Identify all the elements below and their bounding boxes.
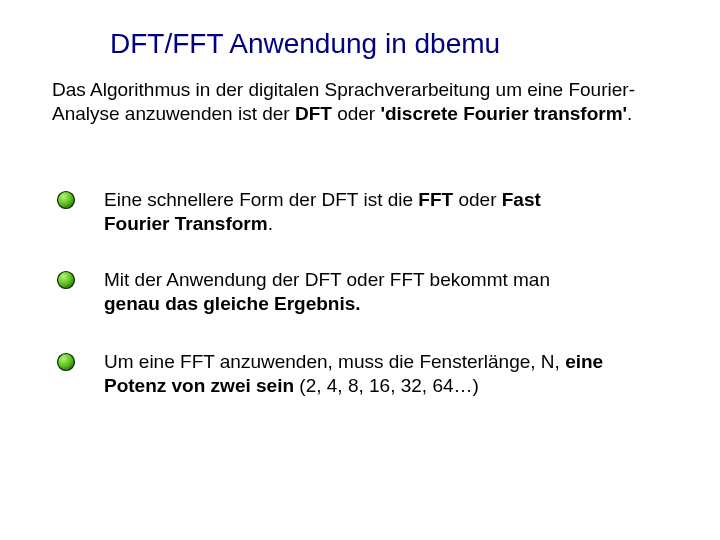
bullet-3-c: (2, 4, 8, 16, 32, 64…)	[294, 375, 479, 396]
bullet-text-1: Eine schnellere Form der DFT ist die FFT…	[104, 188, 604, 236]
svg-point-1	[58, 272, 75, 289]
bullet-1-c: oder	[453, 189, 502, 210]
intro-bold-2: 'discrete Fourier transform'	[380, 103, 627, 124]
intro-paragraph: Das Algorithmus in der digitalen Sprachv…	[52, 78, 652, 126]
bullet-1-e: .	[268, 213, 273, 234]
page-title: DFT/FFT Anwendung in dbemu	[110, 28, 500, 60]
sphere-icon	[56, 352, 76, 376]
bullet-1-b: FFT	[418, 189, 453, 210]
bullet-3-a: Um eine FFT anzuwenden, muss die Fenster…	[104, 351, 565, 372]
bullet-item-1: Eine schnellere Form der DFT ist die FFT…	[56, 188, 604, 236]
intro-bold-1: DFT	[295, 103, 332, 124]
bullet-text-3: Um eine FFT anzuwenden, muss die Fenster…	[104, 350, 604, 398]
intro-text-2: oder	[332, 103, 381, 124]
bullet-item-3: Um eine FFT anzuwenden, muss die Fenster…	[56, 350, 604, 398]
bullet-item-2: Mit der Anwendung der DFT oder FFT bekom…	[56, 268, 604, 316]
svg-point-0	[58, 192, 75, 209]
bullet-1-a: Eine schnellere Form der DFT ist die	[104, 189, 418, 210]
sphere-icon	[56, 270, 76, 294]
sphere-icon	[56, 190, 76, 214]
bullet-text-2: Mit der Anwendung der DFT oder FFT bekom…	[104, 268, 604, 316]
svg-point-2	[58, 354, 75, 371]
intro-text-3: .	[627, 103, 632, 124]
bullet-2-b: genau das gleiche Ergebnis.	[104, 293, 361, 314]
bullet-2-a: Mit der Anwendung der DFT oder FFT bekom…	[104, 269, 550, 290]
